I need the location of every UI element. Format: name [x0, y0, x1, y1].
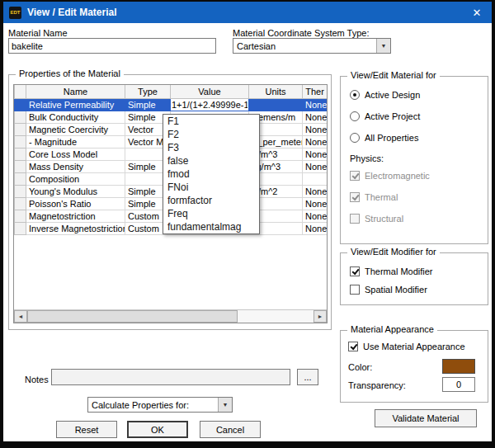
- transparency-value[interactable]: 0: [442, 377, 475, 392]
- notes-input[interactable]: [51, 369, 290, 385]
- material-for-group-label: View/Edit Material for: [347, 70, 440, 80]
- value-editor-input[interactable]: [171, 99, 248, 111]
- row-selector[interactable]: [15, 111, 26, 123]
- coord-system-label: Material Coordinate System Type:: [233, 28, 369, 38]
- dropdown-item[interactable]: Freq: [163, 207, 259, 220]
- coord-system-dropdown[interactable]: Cartesian ▼: [233, 38, 391, 54]
- cell-thermal[interactable]: None: [303, 222, 328, 234]
- calculate-properties-dropdown[interactable]: Calculate Properties for: ▼: [87, 397, 233, 413]
- scroll-right-icon[interactable]: ►: [314, 310, 327, 323]
- cell-name[interactable]: Young's Modulus: [26, 185, 125, 197]
- radio-active-project[interactable]: Active Project: [350, 111, 420, 122]
- dropdown-item[interactable]: F1: [163, 115, 259, 128]
- row-selector[interactable]: [15, 172, 26, 185]
- row-selector[interactable]: [15, 123, 26, 135]
- cell-name[interactable]: - Magnitude: [26, 135, 125, 148]
- dropdown-item[interactable]: fundamentalmag: [163, 220, 259, 233]
- titlebar[interactable]: EDT View / Edit Material ✕: [3, 2, 492, 23]
- cell-thermal[interactable]: None: [303, 185, 328, 197]
- row-selector[interactable]: [15, 135, 26, 148]
- cell-thermal[interactable]: None: [303, 148, 328, 160]
- cell-name[interactable]: Bulk Conductivity: [26, 111, 125, 123]
- checkbox-icon[interactable]: [350, 285, 360, 295]
- cell-thermal[interactable]: None: [303, 160, 328, 172]
- checkbox-icon: [350, 192, 360, 202]
- cell-name[interactable]: Mass Density: [26, 160, 125, 172]
- cell-thermal[interactable]: None: [303, 123, 328, 135]
- dropdown-item[interactable]: FNoi: [163, 181, 259, 194]
- cell-thermal[interactable]: None: [303, 197, 328, 210]
- table-row-relative-permeability[interactable]: Relative Permeability Simple None: [15, 98, 328, 111]
- checkbox-label: Thermal: [365, 192, 398, 202]
- app-icon: EDT: [9, 7, 21, 19]
- checkbox-label: Spatial Modifier: [365, 285, 427, 295]
- checkbox-icon[interactable]: [348, 342, 358, 351]
- checkbox-structural: Structural: [350, 213, 403, 224]
- cell-thermal[interactable]: [303, 172, 328, 185]
- close-icon[interactable]: ✕: [468, 4, 486, 21]
- cell-name[interactable]: Magnetostriction: [26, 210, 125, 222]
- scroll-left-icon[interactable]: ◄: [14, 310, 27, 323]
- row-selector[interactable]: [15, 98, 26, 111]
- cell-thermal[interactable]: None: [303, 135, 328, 148]
- cell-units[interactable]: [249, 98, 303, 111]
- appearance-group-label: Material Appearance: [347, 324, 437, 334]
- row-selector[interactable]: [15, 197, 26, 210]
- dropdown-item[interactable]: F3: [163, 141, 259, 154]
- cell-thermal[interactable]: None: [303, 111, 328, 123]
- cell-name[interactable]: Poisson's Ratio: [26, 197, 125, 210]
- cell-thermal[interactable]: None: [303, 210, 328, 222]
- color-swatch[interactable]: [442, 359, 475, 374]
- validate-material-button[interactable]: Validate Material: [375, 409, 477, 427]
- dropdown-item[interactable]: fmod: [163, 167, 259, 181]
- checkbox-label: Thermal Modifier: [365, 266, 433, 276]
- radio-icon[interactable]: [350, 133, 360, 143]
- cell-name[interactable]: Inverse Magnetostriction: [26, 222, 125, 234]
- cell-name[interactable]: Magnetic Coercivity: [26, 123, 125, 135]
- cell-name[interactable]: Relative Permeability: [26, 98, 125, 111]
- dropdown-item[interactable]: F2: [163, 128, 259, 141]
- radio-label: Active Project: [365, 111, 420, 121]
- cell-thermal[interactable]: None: [303, 98, 328, 111]
- checkbox-use-material-appearance[interactable]: Use Material Appearance: [348, 341, 465, 352]
- dropdown-item[interactable]: false: [163, 154, 259, 167]
- horizontal-scrollbar[interactable]: ◄ ►: [14, 309, 327, 323]
- cell-value[interactable]: [171, 98, 249, 111]
- cell-name[interactable]: Core Loss Model: [26, 148, 125, 160]
- col-thermal[interactable]: Ther: [303, 85, 328, 98]
- row-selector[interactable]: [15, 185, 26, 197]
- col-value[interactable]: Value: [171, 85, 249, 98]
- col-units[interactable]: Units: [249, 85, 303, 98]
- checkbox-icon[interactable]: [350, 266, 360, 276]
- radio-icon[interactable]: [350, 111, 360, 121]
- row-selector[interactable]: [15, 210, 26, 222]
- chevron-down-icon[interactable]: ▼: [218, 398, 232, 412]
- notes-label: Notes: [25, 375, 49, 384]
- radio-active-design[interactable]: Active Design: [350, 89, 420, 101]
- checkbox-thermal-modifier[interactable]: Thermal Modifier: [350, 266, 433, 277]
- checkbox-spatial-modifier[interactable]: Spatial Modifier: [350, 284, 427, 295]
- cancel-button[interactable]: Cancel: [200, 421, 261, 438]
- cell-name[interactable]: Composition: [26, 172, 125, 185]
- material-name-input[interactable]: [8, 38, 216, 54]
- chevron-down-icon[interactable]: ▼: [376, 39, 390, 53]
- row-selector[interactable]: [15, 160, 26, 172]
- dropdown-item[interactable]: formfactor: [163, 194, 259, 207]
- col-name[interactable]: Name: [26, 85, 125, 98]
- notes-browse-button[interactable]: ...: [297, 369, 318, 385]
- row-selector[interactable]: [15, 222, 26, 234]
- value-suggestion-dropdown[interactable]: F1 F2 F3 false fmod FNoi formfactor Freq…: [163, 114, 260, 234]
- scrollbar-track[interactable]: [27, 310, 314, 323]
- ok-button[interactable]: OK: [127, 421, 188, 438]
- reset-button[interactable]: Reset: [56, 421, 117, 438]
- col-type[interactable]: Type: [125, 85, 171, 98]
- view-edit-material-dialog: EDT View / Edit Material ✕ Material Name…: [3, 2, 492, 441]
- checkbox-label: Structural: [365, 214, 403, 224]
- cell-type[interactable]: Simple: [125, 98, 171, 111]
- calculate-properties-value: Calculate Properties for:: [88, 400, 218, 410]
- row-selector[interactable]: [15, 148, 26, 160]
- scrollbar-thumb[interactable]: [27, 310, 238, 323]
- radio-icon[interactable]: [350, 90, 360, 100]
- radio-all-properties[interactable]: All Properties: [350, 132, 418, 144]
- modifier-for-group: View/Edit Modifier for: [340, 252, 488, 305]
